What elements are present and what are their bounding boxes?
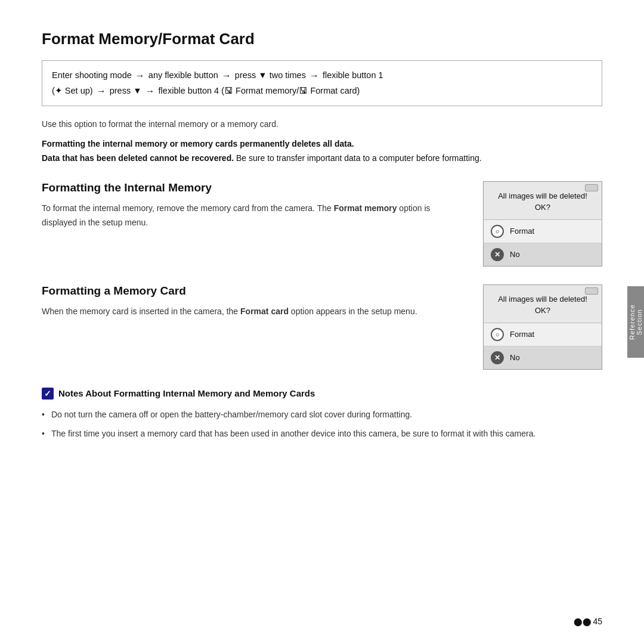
- x-btn-2: ✕: [491, 351, 504, 364]
- menu1-item-format: ○ Format: [484, 220, 602, 243]
- section1-heading: Formatting the Internal Memory: [42, 181, 465, 194]
- warning-text: Formatting the internal memory or memory…: [42, 137, 602, 166]
- camera-menu-2: All images will be deleted! OK? ○ Format…: [483, 284, 602, 370]
- page-num-icon: ⬤⬤: [574, 617, 592, 626]
- arrow-icon-4: →: [97, 83, 106, 99]
- reference-tab-text: Reference Section: [628, 298, 643, 346]
- intro-text: Use this option to format the internal m…: [42, 119, 602, 129]
- notes-item-2: The first time you insert a memory card …: [42, 427, 602, 441]
- section1-row: Formatting the Internal Memory To format…: [42, 181, 602, 267]
- warning-bold1: Formatting the internal memory or memory…: [42, 139, 354, 148]
- camera-menu-2-prompt: All images will be deleted! OK?: [484, 285, 602, 323]
- notes-header-text: Notes About Formatting Internal Memory a…: [58, 388, 315, 398]
- section2-body: When the memory card is inserted in the …: [42, 305, 465, 319]
- arrow-icon-1: →: [135, 68, 145, 83]
- format-memory-icon: 🖫: [224, 85, 233, 95]
- arrow-icon-2: →: [222, 68, 231, 83]
- menu2-no-label: No: [510, 353, 520, 362]
- arrow-icon-5: →: [145, 83, 155, 99]
- menu1-no-label: No: [510, 250, 520, 259]
- warning-bold2: Data that has been deleted cannot be rec…: [42, 153, 234, 163]
- x-btn-1: ✕: [491, 248, 504, 261]
- arrow-icon-3: →: [309, 68, 319, 83]
- reference-tab: Reference Section: [627, 286, 644, 358]
- camera-menu-1-prompt: All images will be deleted! OK?: [484, 182, 602, 220]
- circle-btn-1: ○: [491, 225, 504, 238]
- section1-body: To format the internal memory, remove th…: [42, 202, 465, 230]
- menu1-prompt-text: All images will be deleted! OK?: [498, 191, 587, 212]
- menu1-format-label: Format: [510, 227, 534, 236]
- menu1-item-no: ✕ No: [484, 243, 602, 266]
- menu2-prompt-text: All images will be deleted! OK?: [498, 295, 587, 315]
- down-arrow-2: ▼: [133, 85, 141, 95]
- page-container: Format Memory/Format Card Enter shooting…: [0, 0, 644, 644]
- section2-heading: Formatting a Memory Card: [42, 284, 465, 298]
- format-card-icon: 🖫: [299, 85, 308, 95]
- menu2-item-format: ○ Format: [484, 323, 602, 346]
- section2-bold: Format card: [240, 306, 289, 316]
- notes-section: ✓ Notes About Formatting Internal Memory…: [42, 388, 602, 441]
- nav-box: Enter shooting mode → any flexible butto…: [42, 60, 602, 106]
- setup-icon: ✦: [55, 85, 63, 95]
- notes-item-1: Do not turn the camera off or open the b…: [42, 408, 602, 422]
- section1-text: Formatting the Internal Memory To format…: [42, 181, 483, 230]
- menu2-format-label: Format: [510, 330, 534, 339]
- section2-row: Formatting a Memory Card When the memory…: [42, 284, 602, 370]
- section2-text: Formatting a Memory Card When the memory…: [42, 284, 483, 319]
- section1-bold: Format memory: [334, 203, 397, 213]
- page-number: ⬤⬤45: [574, 617, 602, 626]
- notes-list: Do not turn the camera off or open the b…: [42, 408, 602, 441]
- checkmark-icon: ✓: [42, 388, 54, 400]
- page-num-value: 45: [593, 617, 602, 626]
- section2-body-end: option appears in the setup menu.: [289, 306, 417, 316]
- nav-line2: (✦ Set up) → press ▼ → flexible button 4…: [52, 83, 592, 99]
- page-title: Format Memory/Format Card: [42, 30, 602, 48]
- down-arrow-1: ▼: [258, 70, 267, 80]
- camera-menu-1: All images will be deleted! OK? ○ Format…: [483, 181, 602, 267]
- notes-header: ✓ Notes About Formatting Internal Memory…: [42, 388, 602, 400]
- circle-btn-2: ○: [491, 328, 504, 341]
- section1-body-text: To format the internal memory, remove th…: [42, 203, 334, 213]
- section2-body-text: When the memory card is inserted in the …: [42, 306, 240, 316]
- warning-rest: Be sure to transfer important data to a …: [234, 153, 482, 163]
- nav-line1: Enter shooting mode → any flexible butto…: [52, 68, 592, 83]
- menu2-item-no: ✕ No: [484, 346, 602, 369]
